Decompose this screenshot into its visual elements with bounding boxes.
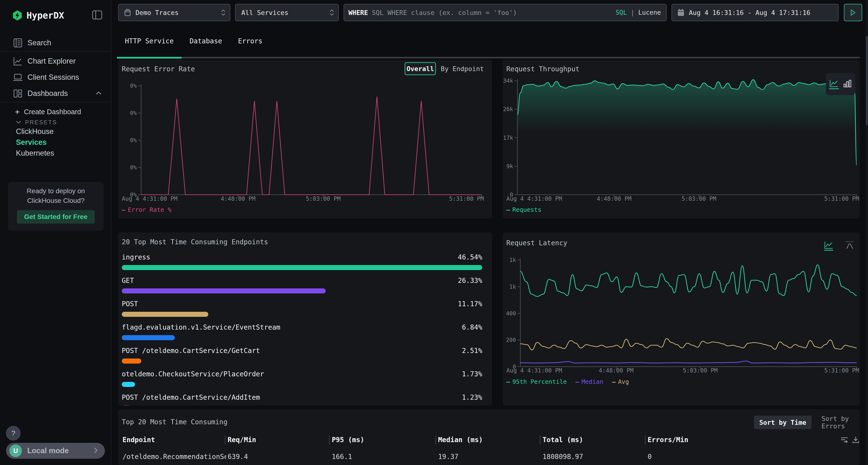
top-endpoints-panel: 20 Top Most Time Consuming Endpoints ing…: [118, 232, 492, 405]
endpoint-label: oteldemo.CheckoutService/PlaceOrder: [122, 370, 264, 378]
column-resize-handle[interactable]: [539, 436, 540, 444]
service-select-value: All Services: [241, 9, 288, 16]
endpoint-bar: [122, 359, 141, 364]
sidebar-item-client-sessions[interactable]: Client Sessions: [0, 71, 111, 84]
user-menu[interactable]: U Local mode: [6, 443, 105, 459]
endpoint-row[interactable]: ingress46.54%: [122, 253, 482, 261]
download-icon[interactable]: [852, 436, 860, 444]
endpoint-percentage: 11.17%: [458, 300, 482, 308]
endpoint-row[interactable]: GET26.33%: [122, 276, 482, 285]
endpoint-label: GET: [122, 276, 134, 285]
column-header-median-ms-[interactable]: Median (ms): [438, 436, 483, 444]
endpoint-label: POST: [122, 300, 138, 308]
scrollbar[interactable]: [866, 0, 868, 465]
endpoint-percentage: 1.73%: [462, 370, 482, 378]
svg-text:4:48:00 PM: 4:48:00 PM: [599, 367, 633, 374]
table-cell: 0: [648, 453, 744, 461]
chevron-down-icon: [16, 120, 21, 125]
legend-item[interactable]: —Error Rate %: [122, 206, 172, 213]
promo-line2: ClickHouse Cloud?: [8, 197, 104, 204]
column-resize-handle[interactable]: [435, 436, 436, 444]
sidebar-item-dashboards[interactable]: Dashboards: [0, 87, 111, 100]
endpoint-row[interactable]: POST /oteldemo.CartService/GetCart2.51%: [122, 346, 482, 355]
select-chevrons-icon: [330, 9, 334, 16]
tab-database[interactable]: Database: [182, 34, 230, 48]
clickhouse-cloud-promo: Ready to deploy on ClickHouse Cloud? Get…: [8, 182, 104, 231]
legend-item[interactable]: —95th Percentile: [506, 378, 567, 385]
brand-title: HyperDX: [27, 10, 64, 21]
svg-text:5:03:00 PM: 5:03:00 PM: [681, 195, 716, 202]
endpoint-row[interactable]: flagd.evaluation.v1.Service/EventStream6…: [122, 323, 482, 331]
bar-chart-toggle[interactable]: [843, 79, 852, 89]
tab-http-service[interactable]: HTTP Service: [117, 34, 182, 48]
column-header-p95-ms-[interactable]: P95 (ms): [332, 436, 364, 444]
panel-title: 20 Top Most Time Consuming Endpoints: [122, 238, 268, 246]
endpoint-bar: [122, 335, 175, 340]
tab-errors[interactable]: Errors: [230, 34, 270, 48]
search-input[interactable]: [371, 9, 616, 16]
column-resize-handle[interactable]: [329, 436, 330, 444]
time-range-picker[interactable]: Aug 4 16:31:16 - Aug 4 17:31:16: [672, 4, 839, 21]
sql-mode-toggle[interactable]: SQL: [616, 9, 627, 16]
presets-label: PRESETS: [25, 119, 57, 126]
endpoint-bar: [122, 312, 208, 317]
sidebar-item-search[interactable]: Search: [0, 36, 111, 49]
svg-text:5:31:00 PM: 5:31:00 PM: [449, 195, 484, 202]
column-header-endpoint[interactable]: Endpoint: [123, 436, 155, 444]
endpoint-percentage: 46.54%: [458, 253, 482, 261]
run-query-button[interactable]: [844, 4, 862, 21]
column-header-errors-min[interactable]: Errors/Min: [648, 436, 688, 444]
endpoint-percentage: 26.33%: [458, 276, 482, 285]
source-select[interactable]: Demo Traces: [118, 4, 230, 21]
time-range-value: Aug 4 16:31:16 - Aug 4 17:31:16: [689, 9, 810, 16]
get-started-button[interactable]: Get Started for Free: [17, 210, 95, 224]
column-header-req-min[interactable]: Req/Min: [227, 436, 256, 444]
tab-track: [117, 57, 860, 58]
sort-by-errors-button[interactable]: Sort by Errors: [816, 416, 860, 429]
svg-text:4:48:00 PM: 4:48:00 PM: [221, 195, 255, 202]
select-chevrons-icon: [221, 9, 225, 16]
svg-text:9k: 9k: [506, 163, 513, 169]
where-badge: WHERE: [348, 9, 368, 16]
sidebar: HyperDX Search Chart Explorer Client Ses…: [0, 0, 112, 465]
search-bar[interactable]: WHERE SQL | Lucene: [344, 4, 667, 21]
legend-item[interactable]: —Median: [576, 378, 603, 385]
svg-text:Aug 4 4:31:00 PM: Aug 4 4:31:00 PM: [122, 195, 178, 202]
sort-by-time-button[interactable]: Sort by Time: [754, 416, 812, 429]
lucene-mode-toggle[interactable]: Lucene: [638, 9, 661, 16]
svg-text:0%: 0%: [130, 82, 137, 89]
dashboard-icon: [12, 89, 23, 98]
endpoint-row[interactable]: POST11.17%: [122, 300, 482, 308]
presets-toggle[interactable]: PRESETS: [0, 116, 111, 129]
scrollbar-thumb[interactable]: [866, 36, 868, 125]
service-select[interactable]: All Services: [235, 4, 339, 21]
column-resize-handle[interactable]: [225, 436, 226, 444]
source-select-value: Demo Traces: [135, 9, 179, 16]
svg-text:Aug 4 4:31:00 PM: Aug 4 4:31:00 PM: [506, 195, 562, 202]
collapse-sidebar-icon[interactable]: [92, 10, 102, 21]
endpoint-row[interactable]: POST /oteldemo.CartService/AddItem1.23%: [122, 393, 482, 401]
column-header-total-ms-[interactable]: Total (ms): [542, 436, 583, 444]
wrap-lines-icon[interactable]: [840, 436, 848, 444]
lang-divider: |: [631, 9, 634, 16]
user-mode-label: Local mode: [27, 446, 69, 455]
tab-bar: HTTP ServiceDatabaseErrors: [117, 34, 270, 48]
sidebar-preset-kubernetes[interactable]: Kubernetes: [16, 149, 54, 158]
chevron-right-icon: [94, 447, 98, 455]
sidebar-preset-services[interactable]: Services: [16, 138, 47, 147]
legend-item[interactable]: —Requests: [506, 206, 541, 213]
table-cell[interactable]: /oteldemo.RecommendationServ: [123, 453, 226, 461]
line-chart-toggle[interactable]: [829, 79, 839, 89]
sidebar-preset-clickhouse[interactable]: ClickHouse: [16, 127, 54, 136]
sidebar-item-chart-explorer[interactable]: Chart Explorer: [0, 55, 111, 68]
endpoint-percentage: 2.51%: [462, 347, 482, 355]
endpoint-row[interactable]: oteldemo.CheckoutService/PlaceOrder1.73%: [122, 370, 482, 378]
legend-item[interactable]: —Avg: [612, 378, 629, 385]
column-resize-handle[interactable]: [645, 436, 646, 444]
endpoint-bar: [122, 289, 326, 294]
help-button[interactable]: ?: [6, 426, 21, 440]
svg-text:Aug 4 4:31:00 PM: Aug 4 4:31:00 PM: [506, 367, 562, 374]
svg-text:5:31:00 PM: 5:31:00 PM: [824, 367, 859, 374]
endpoints-table-panel: Top 20 Most Time Consuming Sort by TimeS…: [118, 409, 860, 465]
sidebar-item-label: Dashboards: [28, 89, 68, 98]
